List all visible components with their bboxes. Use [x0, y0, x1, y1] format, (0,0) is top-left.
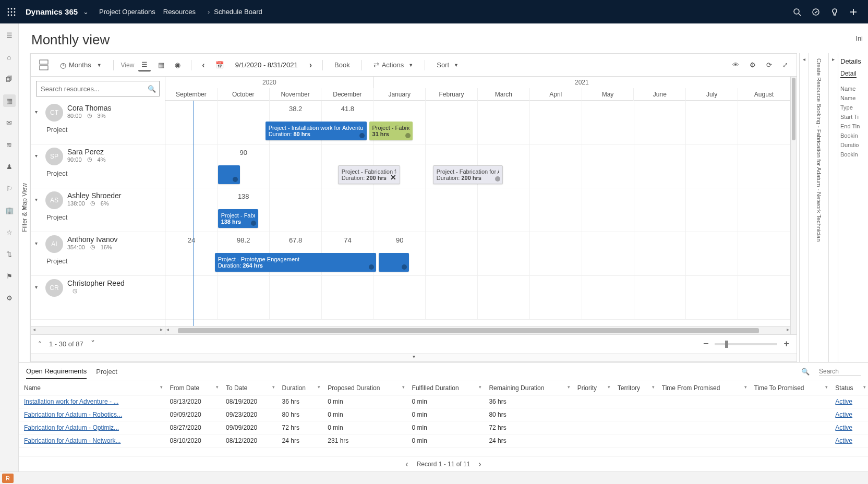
- column-header[interactable]: Status▾: [830, 381, 868, 395]
- search-input[interactable]: [41, 85, 155, 93]
- gear-icon[interactable]: ⚙: [3, 292, 16, 304]
- expand-down-icon[interactable]: ˅: [91, 339, 95, 349]
- hamburger-icon[interactable]: ☰: [3, 29, 16, 41]
- status-link[interactable]: Active: [835, 424, 852, 431]
- req-name-link[interactable]: Installation work for Adventure - ...: [24, 398, 118, 405]
- column-header[interactable]: Duration▾: [277, 381, 323, 395]
- req-search-input[interactable]: [819, 368, 861, 376]
- next-page-icon[interactable]: ›: [478, 459, 481, 469]
- sort-dropdown[interactable]: Sort▼: [432, 59, 463, 71]
- booking-block[interactable]: [218, 165, 240, 184]
- filter-icon[interactable]: ▾: [479, 384, 481, 390]
- settings-gear-icon[interactable]: ⚙: [746, 59, 759, 71]
- booking-block[interactable]: Project - Installation work for Adventur…: [266, 122, 367, 140]
- filter-icon[interactable]: ▾: [652, 384, 655, 390]
- filter-icon[interactable]: ▾: [272, 384, 275, 390]
- timeline-scrollbar[interactable]: ◂ ▸: [165, 326, 790, 334]
- booking-block[interactable]: Project - Fabrication for AdaDuration: 2…: [433, 165, 503, 184]
- fullscreen-icon[interactable]: ⤢: [779, 59, 791, 71]
- column-header[interactable]: Proposed Duration▾: [322, 381, 406, 395]
- timeline-row[interactable]: [165, 276, 790, 320]
- column-header[interactable]: From Date▾: [165, 381, 221, 395]
- breadcrumb-resources[interactable]: Resources: [163, 8, 196, 16]
- chat-icon[interactable]: ✉: [3, 116, 16, 129]
- timeline-row[interactable]: 2498.267.87490Project - Prototype Engage…: [165, 232, 790, 276]
- column-header[interactable]: Remaining Duration▾: [484, 381, 572, 395]
- search-icon[interactable]: 🔍: [148, 85, 156, 93]
- tab-open-requirements[interactable]: Open Requirements: [26, 364, 87, 379]
- recent-icon[interactable]: 🗐: [3, 72, 16, 85]
- req-name-link[interactable]: Fabrication for Adatum - Network...: [24, 437, 120, 444]
- zoom-control[interactable]: − +: [703, 338, 789, 349]
- grid-view-icon[interactable]: ▦: [155, 59, 167, 71]
- flag-icon[interactable]: ⚑: [3, 270, 16, 282]
- people-icon[interactable]: ≋: [3, 138, 16, 151]
- star-icon[interactable]: ☆: [3, 226, 16, 238]
- prev-page-icon[interactable]: ‹: [405, 459, 408, 469]
- plus-icon[interactable]: [844, 3, 863, 21]
- app-launcher-icon[interactable]: [5, 6, 18, 18]
- lightbulb-icon[interactable]: [825, 3, 844, 21]
- filter-icon[interactable]: ▾: [216, 384, 219, 390]
- calendar-picker-icon[interactable]: 📅: [212, 59, 227, 71]
- column-header[interactable]: Time To Promised▾: [749, 381, 830, 395]
- resource-item[interactable]: ▾ CR Christopher Reed ◷: [31, 276, 165, 320]
- column-header[interactable]: Territory▾: [612, 381, 657, 395]
- status-link[interactable]: Active: [835, 437, 852, 444]
- filter-icon[interactable]: ▾: [825, 384, 828, 390]
- collapse-up-icon[interactable]: ˄: [38, 340, 42, 348]
- column-header[interactable]: Priority▾: [572, 381, 612, 395]
- expand-icon[interactable]: ▾: [35, 148, 41, 159]
- actions-dropdown[interactable]: ⇄Actions▼: [369, 59, 418, 71]
- booking-block[interactable]: Project - Fabrication for ADuration: 200…: [338, 165, 401, 184]
- resource-scrollbar[interactable]: ◂▸: [31, 326, 165, 334]
- filter-icon[interactable]: ▾: [744, 384, 747, 390]
- sort-icon[interactable]: ⇅: [3, 248, 16, 260]
- months-dropdown[interactable]: ◷Months▼: [56, 59, 106, 71]
- column-header[interactable]: Name▾: [19, 381, 165, 395]
- vertical-scrollbar[interactable]: [790, 77, 797, 334]
- booking-block[interactable]: Project - Prototype EngagementDuration: …: [215, 253, 376, 272]
- filter-icon[interactable]: ▾: [402, 384, 405, 390]
- booking-block[interactable]: Project - Fabric.138 hrs: [218, 209, 259, 228]
- org-icon[interactable]: ♟: [3, 160, 16, 173]
- timeline-row[interactable]: 90Project - Fabrication for ADuration: 2…: [165, 144, 790, 188]
- booking-block[interactable]: Project - Fabric.31 hrs: [369, 122, 413, 140]
- expand-icon[interactable]: ▾: [35, 279, 41, 290]
- expand-icon[interactable]: ▾: [35, 191, 41, 202]
- close-icon[interactable]: ✕: [390, 173, 396, 182]
- column-header[interactable]: Fulfilled Duration▾: [407, 381, 484, 395]
- globe-view-icon[interactable]: ◉: [172, 59, 184, 71]
- zoom-out-icon[interactable]: −: [703, 338, 709, 349]
- filter-icon[interactable]: ▾: [568, 384, 570, 390]
- status-link[interactable]: Active: [835, 411, 852, 418]
- right-nav-arrows[interactable]: ◂: [799, 53, 809, 362]
- module-label[interactable]: Project Operations: [99, 8, 155, 16]
- req-name-link[interactable]: Fabrication for Adatum - Optimiz...: [24, 424, 119, 431]
- zoom-in-icon[interactable]: +: [783, 338, 789, 349]
- expand-icon[interactable]: ▾: [35, 104, 41, 115]
- timeline-row[interactable]: 38.241.8Project - Installation work for …: [165, 101, 790, 144]
- search-icon[interactable]: [788, 3, 806, 21]
- book-button[interactable]: Book: [330, 59, 354, 71]
- req-name-link[interactable]: Fabrication for Adatum - Robotics...: [24, 411, 122, 418]
- filter-icon[interactable]: ▾: [608, 384, 610, 390]
- table-row[interactable]: Fabrication for Adatum - Optimiz... 08/2…: [19, 421, 868, 434]
- table-row[interactable]: Fabrication for Adatum - Network... 08/1…: [19, 434, 868, 447]
- details-tab[interactable]: Detail: [840, 70, 857, 78]
- status-link[interactable]: Active: [835, 398, 852, 405]
- home-icon[interactable]: ⌂: [3, 51, 16, 63]
- resource-item[interactable]: ▾ CT Cora Thomas 80:00◷3% Project: [31, 101, 165, 144]
- create-booking-collapsed[interactable]: Create Resource Booking - Fabrication fo…: [809, 53, 828, 362]
- task-icon[interactable]: [806, 3, 825, 21]
- search-resources-box[interactable]: 🔍: [36, 81, 160, 96]
- column-header[interactable]: Time From Promised▾: [657, 381, 749, 395]
- resource-item[interactable]: ▾ AS Ashley Shroeder 138:00◷6% Project: [31, 188, 165, 232]
- expand-icon[interactable]: ▾: [35, 235, 41, 246]
- timeline-row[interactable]: 138Project - Fabric.138 hrs: [165, 188, 790, 232]
- booking-block[interactable]: [379, 253, 409, 272]
- next-period-icon[interactable]: ›: [306, 58, 315, 72]
- table-row[interactable]: Installation work for Adventure - ... 08…: [19, 395, 868, 408]
- filter-icon[interactable]: ▾: [863, 384, 866, 390]
- prev-period-icon[interactable]: ‹: [199, 58, 208, 72]
